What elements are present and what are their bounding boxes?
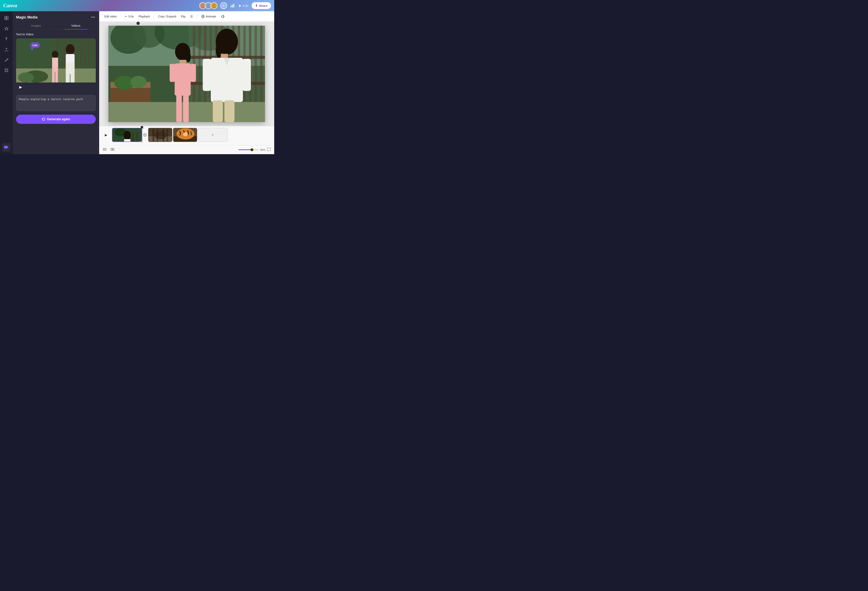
- tab-images[interactable]: Images: [16, 22, 56, 29]
- video-card: Leo ▶: [16, 38, 96, 92]
- edit-video-button[interactable]: Edit video: [102, 14, 119, 19]
- sidebar-item-upload[interactable]: [2, 45, 11, 54]
- zoom-label: 50%: [260, 148, 266, 151]
- toolbar-divider-3: [197, 14, 197, 19]
- clip-2-image: [149, 128, 172, 142]
- share-button[interactable]: ⬆ Share: [251, 2, 271, 9]
- thumbnail-play-button[interactable]: ▶: [19, 85, 22, 89]
- svg-rect-98: [124, 139, 130, 142]
- sidebar-item-magic-media[interactable]: [2, 143, 11, 152]
- timeline-left-controls: [102, 146, 115, 153]
- svg-rect-66: [255, 26, 257, 102]
- panel-tabs: Images Videos: [16, 22, 96, 30]
- play-button[interactable]: ▶ 5.0s: [238, 3, 249, 9]
- timeline-view-button[interactable]: [109, 146, 115, 153]
- svg-rect-90: [224, 100, 235, 122]
- svg-rect-78: [175, 64, 191, 96]
- timeline-play-button[interactable]: ▶: [102, 131, 109, 139]
- transition-icon: [143, 133, 147, 137]
- svg-rect-89: [213, 100, 223, 122]
- clip-thumbnail-1[interactable]: [112, 128, 142, 142]
- sound-button[interactable]: [219, 13, 227, 20]
- analytics-button[interactable]: [229, 2, 236, 9]
- timeline-top: ▶: [99, 126, 274, 143]
- clip-thumbnail-2[interactable]: [148, 128, 172, 142]
- svg-rect-56: [198, 26, 201, 102]
- zoom-slider[interactable]: [239, 149, 258, 150]
- timeline-bottom: 50%: [99, 145, 274, 154]
- list-icon: [103, 147, 107, 151]
- svg-point-18: [5, 71, 6, 72]
- play-icon: ▶: [239, 4, 242, 7]
- svg-rect-106: [162, 129, 164, 141]
- panel-content: Text to Video: [13, 30, 99, 154]
- prompt-input[interactable]: People exploring a nature reserve park: [16, 95, 96, 111]
- cursor-tooltip: Leo: [30, 42, 40, 48]
- svg-point-111: [183, 132, 188, 136]
- svg-point-5: [206, 6, 210, 9]
- timeline-settings-button[interactable]: [102, 146, 108, 153]
- crop-expand-button[interactable]: Crop / Expand: [156, 14, 178, 19]
- needle-head: [141, 126, 143, 129]
- more-options-button[interactable]: ☰: [188, 14, 195, 19]
- svg-rect-95: [133, 132, 134, 142]
- generate-button[interactable]: Generate again: [16, 115, 96, 124]
- svg-rect-38: [66, 62, 70, 83]
- panel-menu-button[interactable]: •••: [90, 15, 96, 20]
- toolbar: Edit video ✂ 5.0s Playback Crop / Expand…: [99, 11, 274, 22]
- zoom-control: 50%: [239, 147, 271, 152]
- cursor-arrow: [31, 48, 34, 51]
- fullscreen-button[interactable]: [267, 147, 271, 152]
- svg-point-97: [124, 131, 131, 140]
- zoom-slider-container: [239, 149, 258, 150]
- tab-videos[interactable]: Videos: [56, 22, 96, 29]
- toolbar-divider-1: [121, 14, 121, 19]
- avatar-3: [211, 2, 217, 9]
- svg-rect-80: [190, 64, 196, 82]
- animate-button[interactable]: Animate: [199, 13, 218, 19]
- sidebar-item-layout[interactable]: [2, 14, 11, 22]
- svg-rect-14: [4, 18, 6, 20]
- clip-1-image: [112, 128, 142, 142]
- main-video-scene: [108, 26, 265, 122]
- svg-point-4: [207, 4, 210, 6]
- add-collaborator-button[interactable]: +: [220, 2, 227, 9]
- svg-rect-81: [176, 94, 182, 122]
- add-clip-button[interactable]: +: [198, 128, 227, 142]
- sidebar-item-elements[interactable]: [2, 24, 11, 33]
- svg-rect-11: [233, 4, 234, 7]
- svg-point-2: [201, 6, 205, 9]
- clip-thumbnail-3[interactable]: [173, 128, 197, 142]
- svg-point-46: [202, 15, 204, 18]
- cut-button[interactable]: ✂ 5.0s: [123, 14, 136, 19]
- play-duration: 5.0s: [243, 4, 248, 7]
- svg-point-8: [212, 6, 216, 9]
- svg-rect-13: [7, 16, 8, 18]
- svg-rect-105: [156, 129, 158, 141]
- playback-button[interactable]: Playback: [136, 14, 152, 19]
- svg-rect-12: [4, 16, 6, 18]
- sidebar-item-draw[interactable]: [2, 55, 11, 64]
- svg-marker-22: [7, 146, 9, 148]
- svg-rect-43: [55, 66, 58, 83]
- canva-logo: Canva: [3, 3, 197, 9]
- timeline-area: ▶: [99, 126, 274, 154]
- section-label: Text to Video: [16, 33, 96, 36]
- svg-rect-104: [152, 129, 154, 141]
- panel-header: Magic Media •••: [13, 11, 99, 22]
- canvas-viewport: [99, 22, 274, 126]
- svg-point-116: [103, 149, 103, 149]
- refresh-icon: [42, 117, 45, 121]
- video-thumbnail: Leo: [16, 38, 96, 83]
- svg-rect-67: [260, 26, 263, 102]
- timeline-play-icon: ▶: [105, 133, 107, 137]
- svg-rect-39: [71, 62, 75, 83]
- sidebar-item-text[interactable]: T: [2, 34, 11, 43]
- sidebar-item-apps[interactable]: [2, 66, 11, 75]
- svg-rect-42: [52, 66, 55, 83]
- svg-point-7: [213, 4, 215, 6]
- svg-rect-77: [179, 60, 186, 64]
- timeline-needle: [142, 127, 142, 143]
- add-icon: +: [211, 132, 214, 138]
- flip-button[interactable]: Flip: [179, 14, 187, 19]
